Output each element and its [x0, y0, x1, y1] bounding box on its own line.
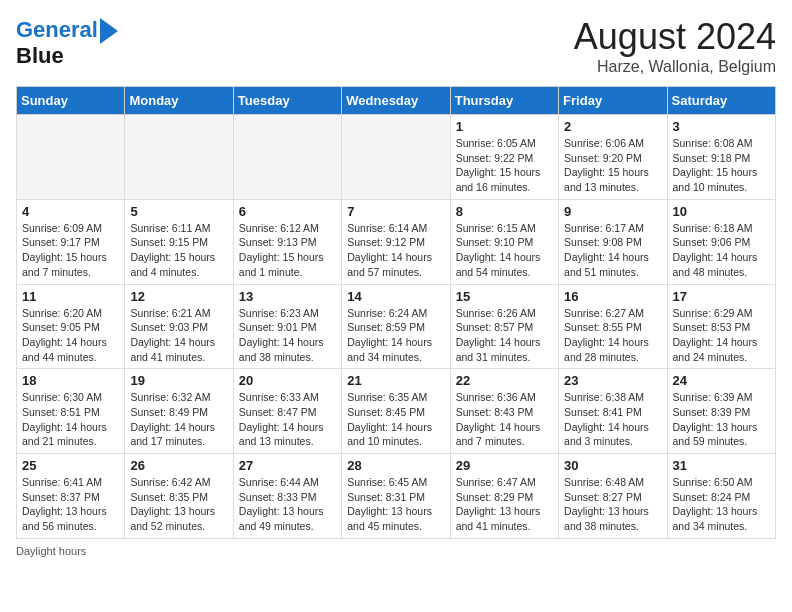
day-info: Sunrise: 6:21 AM Sunset: 9:03 PM Dayligh… — [130, 306, 227, 365]
calendar-cell: 22Sunrise: 6:36 AM Sunset: 8:43 PM Dayli… — [450, 369, 558, 454]
day-number: 28 — [347, 458, 444, 473]
calendar-header-row: Sunday Monday Tuesday Wednesday Thursday… — [17, 87, 776, 115]
col-friday: Friday — [559, 87, 667, 115]
calendar-cell — [17, 115, 125, 200]
day-number: 12 — [130, 289, 227, 304]
calendar-cell: 28Sunrise: 6:45 AM Sunset: 8:31 PM Dayli… — [342, 454, 450, 539]
day-number: 10 — [673, 204, 770, 219]
day-info: Sunrise: 6:48 AM Sunset: 8:27 PM Dayligh… — [564, 475, 661, 534]
calendar-cell: 25Sunrise: 6:41 AM Sunset: 8:37 PM Dayli… — [17, 454, 125, 539]
week-row-3: 18Sunrise: 6:30 AM Sunset: 8:51 PM Dayli… — [17, 369, 776, 454]
footer-label: Daylight hours — [16, 545, 86, 557]
calendar-cell: 1Sunrise: 6:05 AM Sunset: 9:22 PM Daylig… — [450, 115, 558, 200]
calendar-cell: 31Sunrise: 6:50 AM Sunset: 8:24 PM Dayli… — [667, 454, 775, 539]
day-info: Sunrise: 6:05 AM Sunset: 9:22 PM Dayligh… — [456, 136, 553, 195]
day-info: Sunrise: 6:14 AM Sunset: 9:12 PM Dayligh… — [347, 221, 444, 280]
logo-arrow-icon — [100, 18, 118, 44]
day-info: Sunrise: 6:42 AM Sunset: 8:35 PM Dayligh… — [130, 475, 227, 534]
calendar-cell — [233, 115, 341, 200]
calendar-cell — [342, 115, 450, 200]
footer: Daylight hours — [16, 545, 776, 557]
day-number: 11 — [22, 289, 119, 304]
day-info: Sunrise: 6:30 AM Sunset: 8:51 PM Dayligh… — [22, 390, 119, 449]
day-number: 23 — [564, 373, 661, 388]
day-number: 15 — [456, 289, 553, 304]
day-number: 20 — [239, 373, 336, 388]
day-info: Sunrise: 6:32 AM Sunset: 8:49 PM Dayligh… — [130, 390, 227, 449]
day-number: 14 — [347, 289, 444, 304]
title-block: August 2024 Harze, Wallonia, Belgium — [574, 16, 776, 76]
col-thursday: Thursday — [450, 87, 558, 115]
day-info: Sunrise: 6:38 AM Sunset: 8:41 PM Dayligh… — [564, 390, 661, 449]
day-info: Sunrise: 6:45 AM Sunset: 8:31 PM Dayligh… — [347, 475, 444, 534]
calendar-cell: 29Sunrise: 6:47 AM Sunset: 8:29 PM Dayli… — [450, 454, 558, 539]
calendar-cell — [125, 115, 233, 200]
day-number: 22 — [456, 373, 553, 388]
page-header: General Blue August 2024 Harze, Wallonia… — [16, 16, 776, 76]
calendar-cell: 3Sunrise: 6:08 AM Sunset: 9:18 PM Daylig… — [667, 115, 775, 200]
day-info: Sunrise: 6:17 AM Sunset: 9:08 PM Dayligh… — [564, 221, 661, 280]
day-info: Sunrise: 6:26 AM Sunset: 8:57 PM Dayligh… — [456, 306, 553, 365]
calendar-cell: 11Sunrise: 6:20 AM Sunset: 9:05 PM Dayli… — [17, 284, 125, 369]
day-info: Sunrise: 6:11 AM Sunset: 9:15 PM Dayligh… — [130, 221, 227, 280]
week-row-1: 4Sunrise: 6:09 AM Sunset: 9:17 PM Daylig… — [17, 199, 776, 284]
calendar-cell: 6Sunrise: 6:12 AM Sunset: 9:13 PM Daylig… — [233, 199, 341, 284]
day-number: 6 — [239, 204, 336, 219]
calendar-cell: 30Sunrise: 6:48 AM Sunset: 8:27 PM Dayli… — [559, 454, 667, 539]
calendar-cell: 19Sunrise: 6:32 AM Sunset: 8:49 PM Dayli… — [125, 369, 233, 454]
day-number: 9 — [564, 204, 661, 219]
calendar-cell: 8Sunrise: 6:15 AM Sunset: 9:10 PM Daylig… — [450, 199, 558, 284]
calendar-cell: 24Sunrise: 6:39 AM Sunset: 8:39 PM Dayli… — [667, 369, 775, 454]
day-number: 3 — [673, 119, 770, 134]
main-title: August 2024 — [574, 16, 776, 58]
col-wednesday: Wednesday — [342, 87, 450, 115]
day-info: Sunrise: 6:41 AM Sunset: 8:37 PM Dayligh… — [22, 475, 119, 534]
logo: General Blue — [16, 16, 118, 68]
calendar-cell: 20Sunrise: 6:33 AM Sunset: 8:47 PM Dayli… — [233, 369, 341, 454]
day-info: Sunrise: 6:35 AM Sunset: 8:45 PM Dayligh… — [347, 390, 444, 449]
day-info: Sunrise: 6:50 AM Sunset: 8:24 PM Dayligh… — [673, 475, 770, 534]
calendar-cell: 18Sunrise: 6:30 AM Sunset: 8:51 PM Dayli… — [17, 369, 125, 454]
calendar-cell: 4Sunrise: 6:09 AM Sunset: 9:17 PM Daylig… — [17, 199, 125, 284]
day-info: Sunrise: 6:23 AM Sunset: 9:01 PM Dayligh… — [239, 306, 336, 365]
day-number: 1 — [456, 119, 553, 134]
col-sunday: Sunday — [17, 87, 125, 115]
day-number: 8 — [456, 204, 553, 219]
day-number: 18 — [22, 373, 119, 388]
day-number: 25 — [22, 458, 119, 473]
day-info: Sunrise: 6:29 AM Sunset: 8:53 PM Dayligh… — [673, 306, 770, 365]
day-info: Sunrise: 6:36 AM Sunset: 8:43 PM Dayligh… — [456, 390, 553, 449]
calendar-cell: 13Sunrise: 6:23 AM Sunset: 9:01 PM Dayli… — [233, 284, 341, 369]
day-info: Sunrise: 6:44 AM Sunset: 8:33 PM Dayligh… — [239, 475, 336, 534]
day-number: 26 — [130, 458, 227, 473]
calendar-table: Sunday Monday Tuesday Wednesday Thursday… — [16, 86, 776, 539]
calendar-cell: 27Sunrise: 6:44 AM Sunset: 8:33 PM Dayli… — [233, 454, 341, 539]
day-info: Sunrise: 6:08 AM Sunset: 9:18 PM Dayligh… — [673, 136, 770, 195]
col-tuesday: Tuesday — [233, 87, 341, 115]
calendar-cell: 9Sunrise: 6:17 AM Sunset: 9:08 PM Daylig… — [559, 199, 667, 284]
calendar-cell: 23Sunrise: 6:38 AM Sunset: 8:41 PM Dayli… — [559, 369, 667, 454]
day-number: 4 — [22, 204, 119, 219]
logo-text-blue: Blue — [16, 44, 64, 68]
day-info: Sunrise: 6:18 AM Sunset: 9:06 PM Dayligh… — [673, 221, 770, 280]
day-number: 19 — [130, 373, 227, 388]
calendar-cell: 12Sunrise: 6:21 AM Sunset: 9:03 PM Dayli… — [125, 284, 233, 369]
day-info: Sunrise: 6:24 AM Sunset: 8:59 PM Dayligh… — [347, 306, 444, 365]
week-row-4: 25Sunrise: 6:41 AM Sunset: 8:37 PM Dayli… — [17, 454, 776, 539]
day-info: Sunrise: 6:39 AM Sunset: 8:39 PM Dayligh… — [673, 390, 770, 449]
day-number: 29 — [456, 458, 553, 473]
day-info: Sunrise: 6:27 AM Sunset: 8:55 PM Dayligh… — [564, 306, 661, 365]
col-saturday: Saturday — [667, 87, 775, 115]
calendar-cell: 16Sunrise: 6:27 AM Sunset: 8:55 PM Dayli… — [559, 284, 667, 369]
day-number: 21 — [347, 373, 444, 388]
day-number: 30 — [564, 458, 661, 473]
day-number: 7 — [347, 204, 444, 219]
day-info: Sunrise: 6:20 AM Sunset: 9:05 PM Dayligh… — [22, 306, 119, 365]
day-number: 5 — [130, 204, 227, 219]
calendar-cell: 15Sunrise: 6:26 AM Sunset: 8:57 PM Dayli… — [450, 284, 558, 369]
day-number: 2 — [564, 119, 661, 134]
day-number: 31 — [673, 458, 770, 473]
calendar-cell: 26Sunrise: 6:42 AM Sunset: 8:35 PM Dayli… — [125, 454, 233, 539]
day-info: Sunrise: 6:06 AM Sunset: 9:20 PM Dayligh… — [564, 136, 661, 195]
day-number: 17 — [673, 289, 770, 304]
